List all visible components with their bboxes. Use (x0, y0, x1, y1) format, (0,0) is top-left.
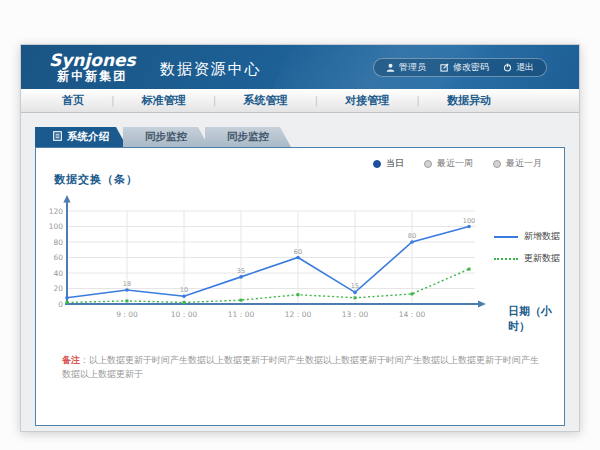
tab-bar: 系统介绍 同步监控 同步监控 (35, 127, 565, 147)
chart-svg: 0204060801001209 : 0010 : 0011 : 0012 : … (48, 194, 498, 324)
svg-text:100: 100 (463, 217, 475, 225)
document-icon (53, 131, 62, 143)
y-axis-title: 数据交换（条） (54, 172, 138, 187)
range-label: 最近一月 (506, 157, 542, 170)
nav-item-integration-mgmt[interactable]: 对接管理 (318, 93, 416, 108)
svg-text:20: 20 (53, 284, 63, 293)
logo-text-cn: 新中新集团 (49, 70, 136, 83)
svg-text:60: 60 (294, 248, 302, 256)
range-selector: 当日 最近一周 最近一月 (373, 157, 542, 170)
legend-label: 更新数据 (524, 252, 560, 265)
svg-text:80: 80 (53, 238, 63, 247)
legend-label: 新增数据 (524, 230, 560, 243)
legend-item-new-data: 新增数据 (494, 230, 560, 243)
solid-line-icon (494, 236, 518, 238)
tab-label: 同步监控 (145, 130, 187, 144)
svg-text:80: 80 (408, 232, 416, 240)
svg-text:15: 15 (351, 282, 359, 290)
tab-sync-monitor-1[interactable]: 同步监控 (123, 127, 209, 147)
svg-text:18: 18 (123, 280, 131, 288)
dotted-line-icon (494, 258, 518, 260)
user-name-label: 管理员 (399, 61, 426, 74)
nav-item-data-change[interactable]: 数据异动 (420, 93, 518, 108)
footnote: 备注：以上数据更新于时间产生数据以上数据更新于时间产生数据以上数据更新于时间产生… (62, 354, 544, 381)
svg-text:10: 10 (180, 286, 188, 294)
svg-text:13 : 00: 13 : 00 (342, 310, 369, 319)
power-icon (503, 63, 512, 72)
app-window: Synjones 新中新集团 数据资源中心 管理员 修改密码 退出 (20, 44, 580, 432)
exchange-line-chart: 0204060801001209 : 0010 : 0011 : 0012 : … (48, 194, 498, 324)
tab-label: 系统介绍 (67, 130, 109, 144)
chart-panel: 当日 最近一周 最近一月 数据交换（条） 0204060801001209 : … (35, 147, 565, 426)
range-label: 当日 (386, 157, 404, 170)
svg-text:10 : 00: 10 : 00 (171, 310, 198, 319)
change-password-label: 修改密码 (453, 61, 489, 74)
logo-text-en: Synjones (49, 52, 136, 70)
svg-text:12 : 00: 12 : 00 (285, 310, 312, 319)
radio-unselected-icon (493, 160, 501, 168)
range-option-last-week[interactable]: 最近一周 (424, 157, 473, 170)
range-option-today[interactable]: 当日 (373, 157, 404, 170)
tab-sync-monitor-2[interactable]: 同步监控 (205, 127, 291, 147)
svg-text:60: 60 (53, 253, 63, 262)
logout-button[interactable]: 退出 (503, 61, 534, 74)
footnote-label: 备注 (62, 355, 80, 365)
nav-item-home[interactable]: 首页 (35, 93, 111, 108)
range-label: 最近一周 (437, 157, 473, 170)
change-password-button[interactable]: 修改密码 (440, 61, 489, 74)
chart-legend: 新增数据 更新数据 (494, 230, 560, 265)
svg-text:120: 120 (49, 207, 64, 216)
company-logo: Synjones 新中新集团 (49, 52, 136, 82)
svg-text:0: 0 (58, 300, 63, 309)
x-axis-title: 日期（小时） (508, 304, 564, 334)
app-header: Synjones 新中新集团 数据资源中心 管理员 修改密码 退出 (21, 45, 579, 89)
nav-item-system-mgmt[interactable]: 系统管理 (216, 93, 314, 108)
content-area: 系统介绍 同步监控 同步监控 当日 最近一周 (21, 113, 579, 426)
svg-text:14 : 00: 14 : 00 (399, 310, 426, 319)
svg-text:11 : 00: 11 : 00 (228, 310, 255, 319)
user-menu[interactable]: 管理员 (386, 61, 426, 74)
svg-text:100: 100 (49, 222, 64, 231)
svg-text:35: 35 (237, 267, 245, 275)
tab-system-intro[interactable]: 系统介绍 (35, 127, 127, 147)
svg-text:40: 40 (53, 269, 63, 278)
svg-text:9 : 00: 9 : 00 (116, 310, 138, 319)
radio-unselected-icon (424, 160, 432, 168)
main-nav: 首页 | 标准管理 | 系统管理 | 对接管理 | 数据异动 (21, 89, 579, 113)
radio-selected-icon (373, 160, 381, 168)
footnote-text: ：以上数据更新于时间产生数据以上数据更新于时间产生数据以上数据更新于时间产生数据… (62, 355, 539, 379)
range-option-last-month[interactable]: 最近一月 (493, 157, 542, 170)
nav-item-standard-mgmt[interactable]: 标准管理 (115, 93, 213, 108)
user-toolbar: 管理员 修改密码 退出 (373, 58, 547, 77)
page-title: 数据资源中心 (160, 60, 262, 79)
tab-label: 同步监控 (227, 130, 269, 144)
edit-icon (440, 63, 449, 72)
user-icon (386, 63, 395, 72)
legend-item-updated-data: 更新数据 (494, 252, 560, 265)
logout-label: 退出 (516, 61, 534, 74)
